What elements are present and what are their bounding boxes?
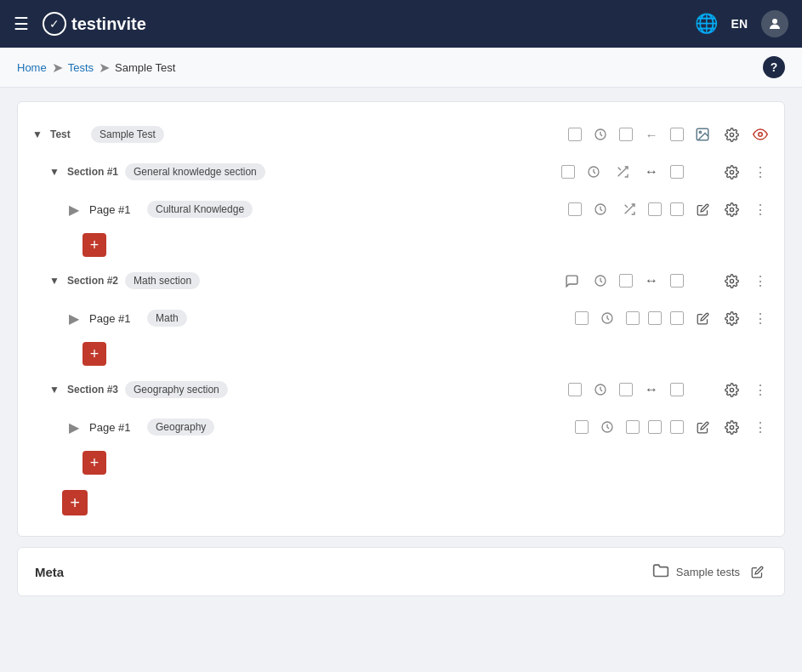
s3-checkbox-2[interactable] bbox=[619, 383, 633, 396]
p3-edit-icon[interactable] bbox=[692, 417, 713, 437]
add-page-1-button[interactable]: + bbox=[82, 233, 106, 257]
p3-checkbox-4[interactable] bbox=[670, 420, 684, 434]
test-eye-icon[interactable] bbox=[750, 124, 771, 145]
p3-checkbox-1[interactable] bbox=[575, 420, 589, 434]
s2-checkbox-1[interactable] bbox=[619, 274, 633, 288]
s2-chat-icon[interactable] bbox=[561, 271, 582, 291]
meta-folder-icon bbox=[652, 562, 669, 582]
page-3-1-label: Page #1 bbox=[89, 421, 140, 434]
help-button[interactable]: ? bbox=[763, 56, 785, 78]
p2-settings-icon[interactable] bbox=[721, 308, 742, 328]
s3-checkbox-1[interactable] bbox=[568, 383, 582, 396]
s3-settings-icon[interactable] bbox=[721, 379, 742, 400]
page-2-1-label: Page #1 bbox=[89, 312, 140, 325]
p1-shuffle-icon[interactable] bbox=[619, 199, 640, 219]
p1-checkbox-2[interactable] bbox=[648, 202, 662, 216]
s1-checkbox-1[interactable] bbox=[561, 165, 575, 179]
section-3-badge: Geography section bbox=[125, 381, 228, 398]
section-2-label: Section #2 bbox=[67, 275, 118, 287]
add-page-3-row: + bbox=[18, 446, 784, 480]
section-3-row: ▼ Section #3 Geography section ↔ ⋮ bbox=[18, 371, 784, 408]
s3-checkbox-3[interactable] bbox=[670, 383, 684, 396]
p3-clock-icon[interactable] bbox=[597, 417, 617, 437]
add-page-3-button[interactable]: + bbox=[82, 451, 106, 475]
p1-more-icon[interactable]: ⋮ bbox=[750, 199, 771, 219]
add-section-button[interactable]: + bbox=[62, 490, 88, 515]
p1-clock-icon[interactable] bbox=[590, 199, 611, 219]
app-header: ☰ ✓ testinvite 🌐 EN bbox=[0, 0, 802, 48]
test-checkbox-1[interactable] bbox=[568, 128, 582, 141]
s2-clock-icon[interactable] bbox=[590, 271, 611, 291]
section-2-expand-icon[interactable]: ▼ bbox=[48, 275, 60, 287]
section-1-expand-icon[interactable]: ▼ bbox=[48, 166, 60, 178]
p3-checkbox-2[interactable] bbox=[626, 420, 640, 434]
test-checkbox-3[interactable] bbox=[670, 128, 684, 141]
section-2-left: ▼ Section #2 Math section bbox=[48, 272, 561, 289]
p1-checkbox-3[interactable] bbox=[670, 202, 684, 216]
test-name-badge: Sample Test bbox=[91, 126, 164, 143]
hamburger-icon[interactable]: ☰ bbox=[14, 14, 29, 34]
page-1-1-badge: Cultural Knowledge bbox=[147, 201, 253, 218]
svg-point-19 bbox=[730, 388, 733, 391]
breadcrumb-arrow-1: ➤ bbox=[52, 60, 63, 76]
user-avatar[interactable] bbox=[761, 10, 788, 37]
globe-icon[interactable]: 🌐 bbox=[695, 13, 718, 35]
svg-point-21 bbox=[730, 425, 733, 429]
test-image-icon[interactable] bbox=[692, 124, 713, 145]
section-2-badge: Math section bbox=[125, 272, 200, 289]
p2-checkbox-1[interactable] bbox=[575, 311, 589, 325]
s1-arrows-icon[interactable]: ↔ bbox=[641, 162, 662, 182]
p2-checkbox-4[interactable] bbox=[670, 311, 684, 325]
s3-clock-icon[interactable] bbox=[590, 379, 611, 400]
s2-arrows-icon[interactable]: ↔ bbox=[641, 271, 662, 291]
p1-settings-icon[interactable] bbox=[721, 199, 742, 219]
test-tree-card: ▼ Test Sample Test ← bbox=[17, 101, 785, 537]
p2-checkbox-2[interactable] bbox=[626, 311, 640, 325]
page-2-1-row: ▶ Page #1 Math ⋮ bbox=[18, 299, 784, 337]
meta-title: Meta bbox=[35, 565, 64, 579]
s1-clock-icon[interactable] bbox=[583, 162, 604, 182]
svg-point-15 bbox=[730, 279, 733, 282]
p3-settings-icon[interactable] bbox=[721, 417, 742, 437]
test-settings-icon[interactable] bbox=[721, 124, 742, 145]
p2-checkbox-3[interactable] bbox=[648, 311, 662, 325]
test-clock-icon[interactable] bbox=[590, 124, 611, 145]
p1-edit-icon[interactable] bbox=[692, 199, 713, 219]
p1-checkbox-1[interactable] bbox=[568, 202, 582, 216]
s3-more-icon[interactable]: ⋮ bbox=[750, 379, 771, 400]
add-page-2-button[interactable]: + bbox=[82, 342, 106, 366]
p3-more-icon[interactable]: ⋮ bbox=[750, 417, 771, 437]
header-right: 🌐 EN bbox=[695, 10, 788, 37]
section-2-row: ▼ Section #2 Math section ↔ ⋮ bbox=[18, 262, 784, 299]
breadcrumb-home[interactable]: Home bbox=[17, 61, 47, 74]
meta-edit-icon[interactable] bbox=[747, 561, 767, 582]
s2-settings-icon[interactable] bbox=[721, 271, 742, 291]
s1-more-icon[interactable]: ⋮ bbox=[750, 162, 771, 182]
s1-settings-icon[interactable] bbox=[721, 162, 742, 182]
p2-more-icon[interactable]: ⋮ bbox=[750, 308, 771, 328]
meta-folder-label: Sample tests bbox=[676, 566, 740, 578]
section-3-expand-icon[interactable]: ▼ bbox=[48, 384, 60, 396]
s1-shuffle-icon[interactable] bbox=[612, 162, 633, 182]
section-3-right: ↔ ⋮ bbox=[568, 379, 771, 400]
add-page-2-row: + bbox=[18, 337, 784, 371]
svg-point-5 bbox=[759, 133, 763, 137]
p2-edit-icon[interactable] bbox=[692, 308, 713, 328]
page-1-1-marker: ▶ bbox=[69, 202, 79, 218]
section-3-label: Section #3 bbox=[67, 384, 118, 396]
test-checkbox-2[interactable] bbox=[619, 128, 633, 141]
s3-arrows-icon[interactable]: ↔ bbox=[641, 379, 662, 400]
s2-more-icon[interactable]: ⋮ bbox=[750, 271, 771, 291]
svg-point-3 bbox=[699, 131, 701, 133]
s2-checkbox-2[interactable] bbox=[670, 274, 684, 288]
test-expand-icon[interactable]: ▼ bbox=[31, 128, 43, 140]
breadcrumb-tests[interactable]: Tests bbox=[68, 61, 94, 74]
section-1-row: ▼ Section #1 General knowledge section ↔ bbox=[18, 153, 784, 191]
language-selector[interactable]: EN bbox=[731, 17, 748, 31]
section-1-label: Section #1 bbox=[67, 166, 118, 178]
s1-checkbox-2[interactable] bbox=[670, 165, 684, 179]
test-back-icon[interactable]: ← bbox=[641, 124, 662, 145]
test-row-right: ← bbox=[568, 124, 771, 145]
p3-checkbox-3[interactable] bbox=[648, 420, 662, 434]
p2-clock-icon[interactable] bbox=[597, 308, 617, 328]
